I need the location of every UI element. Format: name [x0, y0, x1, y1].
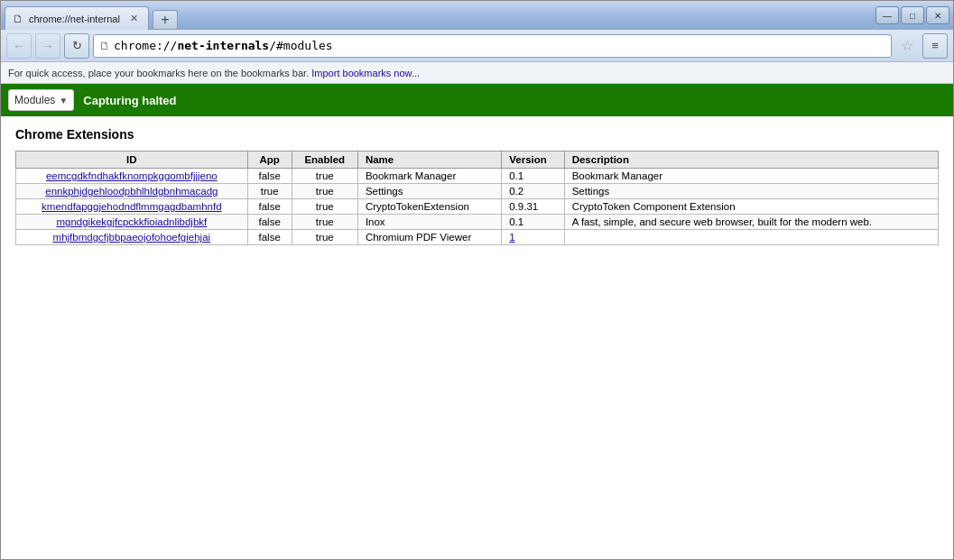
- bookmark-star-button[interactable]: ☆: [895, 34, 919, 58]
- window-frame: 🗋 chrome://net-internal ✕ + — □ ✕ ← → ↻ …: [0, 0, 954, 560]
- cell-name: Bookmark Manager: [357, 169, 501, 184]
- url-protocol: chrome://: [114, 39, 177, 52]
- cell-id: kmendfapggjehodndflmmgagdbamhnfd: [16, 199, 248, 215]
- cell-id: mhjfbmdgcfjbbpaeojofohoefgiehjai: [16, 230, 248, 245]
- forward-button[interactable]: →: [35, 33, 60, 59]
- back-button[interactable]: ←: [6, 33, 32, 59]
- page-content: Chrome Extensions ID App Enabled Name Ve…: [1, 116, 953, 559]
- cell-enabled: true: [292, 169, 357, 184]
- nav-bar: ← → ↻ 🗋 chrome://net-internals/#modules …: [1, 30, 953, 62]
- col-header-id: ID: [16, 151, 248, 169]
- version-link[interactable]: 1: [509, 232, 514, 243]
- table-row: mgndgikekgjfcpckkfioiadnlibdjbkffalsetru…: [16, 215, 939, 230]
- cell-description: [564, 230, 938, 245]
- extensions-table: ID App Enabled Name Version Description …: [15, 151, 939, 245]
- page-toolbar: Modules ▼ Capturing halted: [1, 84, 953, 116]
- cell-version: 0.9.31: [502, 199, 564, 215]
- table-row: ennkphjdgehloodpbhlhldgbnhmacadgtruetrue…: [16, 184, 939, 199]
- cell-id: eemcgdkfndhakfknompkggombfjjjeno: [16, 169, 248, 184]
- new-tab-button[interactable]: +: [153, 10, 178, 30]
- col-header-app: App: [247, 151, 292, 169]
- cell-version: 0.2: [502, 184, 564, 199]
- cell-enabled: true: [292, 184, 357, 199]
- col-header-description: Description: [564, 151, 938, 169]
- extension-id-link[interactable]: mhjfbmdgcfjbbpaeojofohoefgiehjai: [53, 232, 211, 243]
- active-tab[interactable]: 🗋 chrome://net-internal ✕: [5, 6, 149, 30]
- extension-id-link[interactable]: ennkphjdgehloodpbhlhldgbnhmacadg: [45, 186, 218, 197]
- cell-id: ennkphjdgehloodpbhlhldgbnhmacadg: [16, 184, 248, 199]
- cell-name: Inox: [357, 215, 501, 230]
- cell-app: false: [247, 230, 292, 245]
- cell-description: A fast, simple, and secure web browser, …: [564, 215, 938, 230]
- cell-version: 0.1: [502, 215, 564, 230]
- reload-button[interactable]: ↻: [64, 33, 89, 59]
- import-bookmarks-link[interactable]: Import bookmarks now...: [311, 68, 420, 78]
- cell-name: Chromium PDF Viewer: [357, 230, 501, 245]
- table-row: kmendfapggjehodndflmmgagdbamhnfdfalsetru…: [16, 199, 939, 215]
- col-header-version: Version: [502, 151, 564, 169]
- cell-version: 1: [502, 230, 564, 245]
- cell-id: mgndgikekgjfcpckkfioiadnlibdjbkf: [16, 215, 248, 230]
- address-page-icon: 🗋: [99, 40, 110, 52]
- col-header-enabled: Enabled: [292, 151, 357, 169]
- cell-enabled: true: [292, 215, 357, 230]
- tab-area: 🗋 chrome://net-internal ✕ +: [5, 1, 875, 30]
- address-text: chrome://net-internals/#modules: [114, 39, 885, 52]
- bookmarks-bar: For quick access, place your bookmarks h…: [1, 62, 953, 84]
- cell-enabled: true: [292, 230, 357, 245]
- cell-description: Settings: [564, 184, 938, 199]
- cell-description: Bookmark Manager: [564, 169, 938, 184]
- cell-app: true: [247, 184, 292, 199]
- chrome-menu-button[interactable]: ≡: [922, 33, 948, 59]
- cell-description: CryptoToken Component Extension: [564, 199, 938, 215]
- modules-dropdown[interactable]: Modules ▼: [8, 89, 74, 111]
- cell-name: CryptoTokenExtension: [357, 199, 501, 215]
- tab-title: chrome://net-internal: [29, 14, 121, 24]
- address-bar[interactable]: 🗋 chrome://net-internals/#modules: [93, 34, 892, 58]
- modules-dropdown-label: Modules: [14, 94, 55, 106]
- cell-app: false: [247, 199, 292, 215]
- table-row: eemcgdkfndhakfknompkggombfjjjenofalsetru…: [16, 169, 939, 184]
- title-bar: 🗋 chrome://net-internal ✕ + — □ ✕: [1, 1, 953, 30]
- new-tab-icon: +: [161, 12, 169, 28]
- table-row: mhjfbmdgcfjbbpaeojofohoefgiehjaifalsetru…: [16, 230, 939, 245]
- url-host: net-internals: [177, 39, 269, 52]
- extension-id-link[interactable]: mgndgikekgjfcpckkfioiadnlibdjbkf: [56, 216, 207, 227]
- close-button[interactable]: ✕: [926, 6, 949, 24]
- cell-app: false: [247, 215, 292, 230]
- extension-id-link[interactable]: eemcgdkfndhakfknompkggombfjjjeno: [46, 170, 218, 181]
- window-controls: — □ ✕: [875, 6, 949, 24]
- section-title: Chrome Extensions: [15, 127, 939, 142]
- cell-version: 0.1: [502, 169, 564, 184]
- minimize-button[interactable]: —: [875, 6, 899, 24]
- capture-status-text: Capturing halted: [83, 94, 176, 107]
- cell-app: false: [247, 169, 292, 184]
- maximize-button[interactable]: □: [901, 6, 924, 24]
- cell-name: Settings: [357, 184, 501, 199]
- col-header-name: Name: [357, 151, 501, 169]
- tab-close-button[interactable]: ✕: [126, 12, 141, 26]
- bookmarks-bar-text: For quick access, place your bookmarks h…: [8, 68, 309, 78]
- tab-page-icon: 🗋: [13, 13, 23, 25]
- dropdown-arrow-icon: ▼: [59, 96, 68, 106]
- cell-enabled: true: [292, 199, 357, 215]
- url-path: /#modules: [269, 39, 332, 52]
- extension-id-link[interactable]: kmendfapggjehodndflmmgagdbamhnfd: [42, 201, 221, 212]
